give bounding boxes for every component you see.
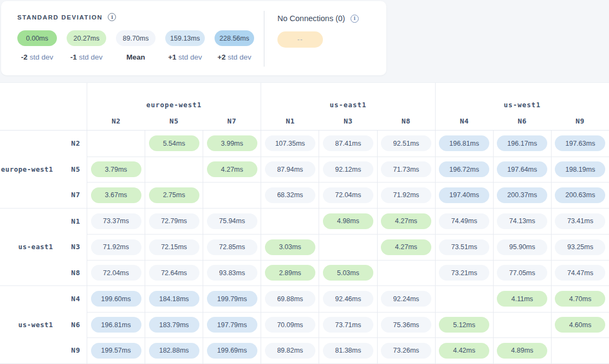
column-node-label[interactable]: N2 (87, 117, 145, 125)
column-node-label[interactable]: N7 (203, 117, 261, 125)
info-icon[interactable]: i (351, 15, 359, 23)
latency-pill[interactable]: 71.92ms (91, 239, 141, 255)
row-node-label[interactable]: N6 (61, 312, 87, 338)
latency-pill[interactable]: 196.81ms (439, 135, 489, 151)
latency-pill[interactable]: 197.79ms (207, 317, 257, 333)
latency-pill[interactable]: 182.88ms (149, 343, 199, 359)
column-node-label[interactable]: N9 (551, 117, 609, 125)
column-node-label[interactable]: N6 (493, 117, 551, 125)
latency-pill[interactable]: 75.36ms (381, 317, 431, 333)
row-node-label[interactable]: N3 (61, 234, 87, 260)
latency-pill[interactable]: 92.46ms (323, 291, 373, 307)
latency-pill[interactable]: 89.82ms (265, 343, 315, 359)
latency-pill[interactable]: 73.71ms (323, 317, 373, 333)
latency-pill[interactable]: 93.25ms (555, 239, 605, 255)
matrix-cell: 70.09ms (261, 312, 319, 338)
latency-pill[interactable]: 4.27ms (207, 161, 257, 177)
latency-pill[interactable]: 3.67ms (91, 187, 141, 203)
latency-pill[interactable]: 72.85ms (207, 239, 257, 255)
latency-pill[interactable]: 196.17ms (497, 135, 547, 151)
latency-pill[interactable]: 72.15ms (149, 239, 199, 255)
latency-pill[interactable]: 183.79ms (149, 317, 199, 333)
column-node-label[interactable]: N3 (319, 117, 377, 125)
latency-pill[interactable]: 69.88ms (265, 291, 315, 307)
info-icon[interactable]: i (108, 13, 116, 21)
matrix-cell: 197.40ms (435, 182, 493, 208)
column-node-label[interactable]: N5 (145, 117, 203, 125)
latency-pill[interactable]: 4.42ms (439, 343, 489, 359)
latency-pill[interactable]: 3.79ms (91, 161, 141, 177)
latency-pill[interactable]: 197.40ms (439, 187, 489, 203)
row-header: europe-west1N2N5N7 (0, 131, 87, 208)
latency-pill[interactable]: 73.21ms (439, 265, 489, 281)
latency-pill[interactable]: 74.47ms (555, 265, 605, 281)
column-node-label[interactable]: N8 (377, 117, 435, 125)
latency-pill[interactable]: 72.04ms (323, 187, 373, 203)
latency-pill[interactable]: 73.37ms (91, 213, 141, 229)
row-node-labels: N2N5N7 (61, 131, 87, 208)
latency-pill[interactable]: 71.73ms (381, 161, 431, 177)
latency-pill[interactable]: 200.63ms (555, 187, 605, 203)
latency-pill[interactable]: 200.37ms (497, 187, 547, 203)
latency-pill[interactable]: 199.60ms (91, 291, 141, 307)
latency-pill[interactable]: 70.09ms (265, 317, 315, 333)
latency-pill[interactable]: 68.32ms (265, 187, 315, 203)
legend-stop: 89.70ms Mean (116, 30, 156, 61)
latency-pill[interactable]: 198.19ms (555, 161, 605, 177)
latency-pill[interactable]: 92.12ms (323, 161, 373, 177)
latency-pill[interactable]: 77.05ms (497, 265, 547, 281)
latency-pill[interactable]: 4.98ms (323, 213, 373, 229)
latency-pill[interactable]: 197.64ms (497, 161, 547, 177)
latency-pill[interactable]: 3.99ms (207, 135, 257, 151)
latency-pill[interactable]: 73.26ms (381, 343, 431, 359)
latency-pill[interactable]: 2.75ms (149, 187, 199, 203)
latency-pill[interactable]: 199.79ms (207, 291, 257, 307)
latency-pill[interactable]: 2.89ms (265, 265, 315, 281)
column-node-labels: N4 N6 N9 (436, 117, 609, 125)
latency-pill[interactable]: 93.83ms (207, 265, 257, 281)
latency-pill[interactable]: 107.35ms (265, 135, 315, 151)
latency-pill[interactable]: 199.57ms (91, 343, 141, 359)
row-node-label[interactable]: N5 (61, 157, 87, 183)
latency-pill[interactable]: 92.24ms (381, 291, 431, 307)
latency-pill[interactable]: 4.27ms (381, 213, 431, 229)
latency-pill[interactable]: 4.27ms (381, 239, 431, 255)
latency-pill[interactable]: 72.64ms (149, 265, 199, 281)
row-node-label[interactable]: N2 (61, 131, 87, 157)
latency-pill[interactable]: 73.51ms (439, 239, 489, 255)
latency-pill[interactable]: 74.13ms (497, 213, 547, 229)
latency-pill[interactable]: 95.90ms (497, 239, 547, 255)
latency-pill[interactable]: 184.18ms (149, 291, 199, 307)
latency-pill[interactable]: 4.70ms (555, 291, 605, 307)
latency-pill[interactable]: 73.41ms (555, 213, 605, 229)
column-node-label[interactable]: N4 (436, 117, 494, 125)
latency-pill[interactable]: 5.03ms (323, 265, 373, 281)
latency-pill[interactable]: 72.04ms (91, 265, 141, 281)
row-node-label[interactable]: N1 (61, 209, 87, 235)
latency-pill[interactable]: 196.72ms (439, 161, 489, 177)
latency-pill[interactable]: 199.69ms (207, 343, 257, 359)
row-node-label[interactable]: N8 (61, 260, 87, 286)
latency-pill[interactable]: 72.79ms (149, 213, 199, 229)
row-node-label[interactable]: N7 (61, 182, 87, 208)
latency-pill[interactable]: 75.94ms (207, 213, 257, 229)
latency-pill[interactable]: 87.41ms (323, 135, 373, 151)
latency-pill[interactable]: 3.03ms (265, 239, 315, 255)
latency-pill[interactable]: 74.49ms (439, 213, 489, 229)
latency-pill[interactable]: 197.63ms (555, 135, 605, 151)
latency-pill[interactable]: 5.12ms (439, 317, 489, 333)
latency-pill[interactable]: 4.11ms (497, 291, 547, 307)
latency-pill[interactable]: 87.94ms (265, 161, 315, 177)
latency-pill[interactable]: 5.54ms (149, 135, 199, 151)
latency-pill[interactable]: 81.38ms (323, 343, 373, 359)
row-node-label[interactable]: N4 (61, 286, 87, 312)
latency-pill[interactable]: 92.51ms (381, 135, 431, 151)
matrix-cell: 72.15ms (145, 234, 203, 260)
row-node-label[interactable]: N9 (61, 337, 87, 363)
column-node-label[interactable]: N1 (261, 117, 319, 125)
legend-stop: 159.13ms +1 std dev (165, 30, 205, 61)
latency-pill[interactable]: 71.92ms (381, 187, 431, 203)
latency-pill[interactable]: 196.81ms (91, 317, 141, 333)
latency-pill[interactable]: 4.60ms (555, 317, 605, 333)
latency-pill[interactable]: 4.89ms (497, 343, 547, 359)
